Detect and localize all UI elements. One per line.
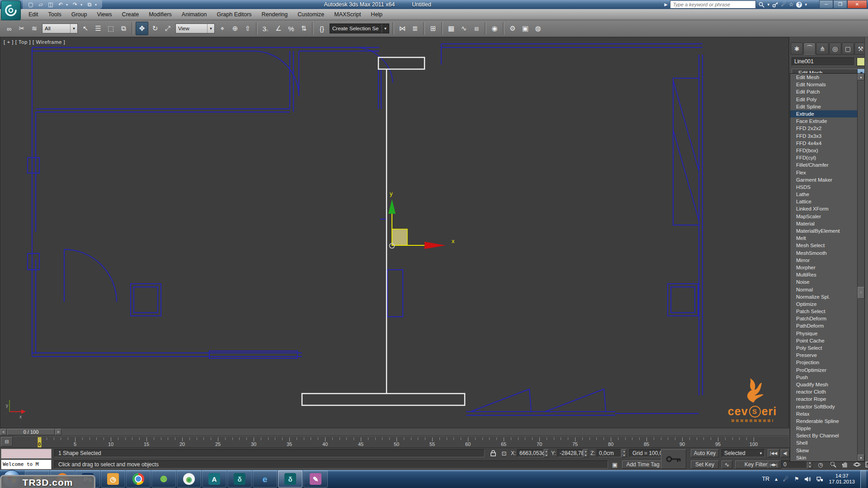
modifier-option[interactable]: Morpher xyxy=(790,264,857,271)
modifier-option[interactable]: Face Extrude xyxy=(790,117,857,125)
modifier-option[interactable]: FFD 2x2x2 xyxy=(790,125,857,132)
modifier-option[interactable]: Preserve xyxy=(790,352,857,359)
search-icon[interactable] xyxy=(759,2,764,8)
undo-icon[interactable]: ↶ xyxy=(56,1,65,8)
select-and-scale-icon[interactable]: ⤢ xyxy=(162,22,174,35)
infocenter-expander-icon[interactable]: ▶ xyxy=(664,2,667,7)
modifier-option[interactable]: Edit Spline xyxy=(790,103,857,110)
taskbar-autocad-icon[interactable]: A xyxy=(202,470,226,488)
window-crossing-icon[interactable]: ⧉ xyxy=(118,22,129,35)
time-slider-track[interactable]: < 0 / 100 > xyxy=(0,428,789,436)
minimize-button[interactable]: ─ xyxy=(819,0,833,9)
modifier-option[interactable]: Shell xyxy=(790,439,857,446)
taskbar-media-center-icon[interactable]: ◉ xyxy=(177,470,201,488)
search-input[interactable] xyxy=(670,0,756,9)
modifier-option[interactable]: Flex xyxy=(790,169,857,176)
dropdown-arrow-icon[interactable]: ▼ xyxy=(207,24,214,33)
mini-curve-editor-icon[interactable]: ⊟ xyxy=(1,437,13,446)
listener-script-pane[interactable]: Welcome to M xyxy=(1,460,52,469)
y-coordinate-field[interactable]: -28428,78 xyxy=(557,449,583,457)
schematic-view-icon[interactable]: ⧈ xyxy=(471,22,482,35)
modifier-option[interactable]: Lattice xyxy=(790,198,857,205)
modifier-list-scrollbar[interactable]: ▲ ≡ ▼ xyxy=(857,74,864,461)
scroll-up-icon[interactable]: ▲ xyxy=(858,74,864,80)
modifier-option[interactable]: Garment Maker xyxy=(790,176,857,183)
modifier-option[interactable]: Optimize xyxy=(790,300,857,308)
selected-spline[interactable] xyxy=(302,57,465,405)
floorplan-canvas[interactable]: y x y x xyxy=(0,38,788,428)
motion-tab-icon[interactable]: ◎ xyxy=(829,42,841,55)
help-dropdown-icon[interactable]: ▾ xyxy=(805,2,807,7)
display-tab-icon[interactable]: ▢ xyxy=(842,42,854,55)
angle-snap-icon[interactable]: ∠ xyxy=(273,22,284,35)
taskbar-chrome-icon[interactable] xyxy=(126,470,151,488)
modifier-option[interactable]: FFD(cyl) xyxy=(790,154,857,161)
dropdown-arrow-icon[interactable]: ▼ xyxy=(382,24,389,33)
tray-app-icon[interactable]: ☄ xyxy=(783,475,789,483)
open-file-icon[interactable]: ▱ xyxy=(36,1,45,8)
menu-item-edit[interactable]: Edit xyxy=(24,9,43,20)
modifier-option[interactable]: Lathe xyxy=(790,191,857,198)
hidden-icons-chevron[interactable]: ▴ xyxy=(775,476,778,482)
listener-macro-pane[interactable] xyxy=(1,449,52,459)
restore-button[interactable]: ❐ xyxy=(833,0,847,9)
modifier-option[interactable]: Quadify Mesh xyxy=(790,381,857,388)
track-bar-ruler[interactable]: 0510152025303540455055606570758085909510… xyxy=(14,436,789,448)
object-name-field[interactable]: Line001 xyxy=(792,57,855,66)
modifier-option[interactable]: Patch Select xyxy=(790,308,857,315)
scrollbar-thumb[interactable]: ≡ xyxy=(858,287,864,299)
volume-icon[interactable] xyxy=(804,476,811,482)
taskbar-paint-icon[interactable]: ✎ xyxy=(303,470,328,488)
select-object-icon[interactable]: ↖ xyxy=(80,22,91,35)
auto-key-button[interactable]: Auto Key xyxy=(691,449,719,457)
viewport-top[interactable]: [ + ] [ Top ] [ Wireframe ] xyxy=(0,37,789,428)
modifier-option[interactable]: Relax xyxy=(790,410,857,418)
modifier-option[interactable]: Mirror xyxy=(790,257,857,264)
x-spinner[interactable]: ▲▼ xyxy=(544,449,549,457)
modifier-option[interactable]: FFD 3x3x3 xyxy=(790,132,857,140)
rectangular-selection-region-icon[interactable]: ⬚ xyxy=(105,22,117,35)
gizmo-plane-handle[interactable] xyxy=(392,229,407,245)
create-tab-icon[interactable]: ✱ xyxy=(791,42,803,55)
keyboard-shortcut-override-icon[interactable]: ⇧ xyxy=(242,22,254,35)
rendered-frame-window-icon[interactable]: ▣ xyxy=(519,22,531,35)
reference-coordinate-dropdown[interactable]: View▼ xyxy=(175,23,215,33)
gizmo-y-arrow[interactable] xyxy=(388,199,396,214)
menu-item-maxscript[interactable]: MAXScript xyxy=(329,9,366,20)
save-file-icon[interactable]: ◫ xyxy=(46,1,55,8)
redo-dropdown-icon[interactable]: ▾ xyxy=(80,3,84,7)
show-desktop-button[interactable] xyxy=(860,470,866,488)
taskbar-internet-explorer-icon[interactable]: e xyxy=(253,470,277,488)
modifier-option[interactable]: FFD(box) xyxy=(790,147,857,154)
redo-icon[interactable]: ↷ xyxy=(71,1,80,8)
menu-item-modifiers[interactable]: Modifiers xyxy=(144,9,177,20)
dropdown-arrow-icon[interactable]: ▼ xyxy=(759,451,764,455)
z-coordinate-field[interactable]: 0,0cm xyxy=(597,449,621,457)
modifier-option[interactable]: Push xyxy=(790,374,857,381)
edit-named-selection-sets-icon[interactable]: {} xyxy=(316,22,328,35)
modifier-option[interactable]: Poly Select xyxy=(790,344,857,352)
modifier-option[interactable]: Skin xyxy=(790,454,857,461)
modifier-option[interactable]: Linked XForm xyxy=(790,205,857,212)
modifier-option[interactable]: PathDeform xyxy=(790,322,857,329)
taskbar-3ds-max-active-icon[interactable]: δ xyxy=(278,470,302,488)
named-selection-set-dropdown[interactable]: Create Selection Se▼ xyxy=(330,23,389,33)
modifier-option[interactable]: Mesh Select xyxy=(790,242,857,249)
menu-item-views[interactable]: Views xyxy=(92,9,117,20)
taskbar-messenger-icon[interactable]: ⚉ xyxy=(151,470,176,488)
taskbar-outlook-icon[interactable]: ◷ xyxy=(101,470,125,488)
network-icon[interactable] xyxy=(816,476,823,482)
isolate-cube-icon[interactable]: ▣ xyxy=(611,460,619,469)
modifier-option[interactable]: FFD 4x4x4 xyxy=(790,140,857,147)
menu-item-animation[interactable]: Animation xyxy=(177,9,212,20)
modifier-option[interactable]: Edit Mesh xyxy=(790,74,857,81)
menu-item-customize[interactable]: Customize xyxy=(292,9,329,20)
modifier-option[interactable]: MultiRes xyxy=(790,271,857,278)
undo-dropdown-icon[interactable]: ▾ xyxy=(66,3,70,7)
modifier-option[interactable]: Normal xyxy=(790,286,857,293)
viewport-label[interactable]: [ + ] [ Top ] [ Wireframe ] xyxy=(4,39,65,45)
spinner-snap-icon[interactable]: ⇅ xyxy=(298,22,310,35)
communication-center-icon[interactable]: ☄ xyxy=(781,1,786,8)
modifier-option[interactable]: Renderable Spline xyxy=(790,418,857,425)
modifier-option[interactable]: Fillet/Chamfer xyxy=(790,161,857,169)
